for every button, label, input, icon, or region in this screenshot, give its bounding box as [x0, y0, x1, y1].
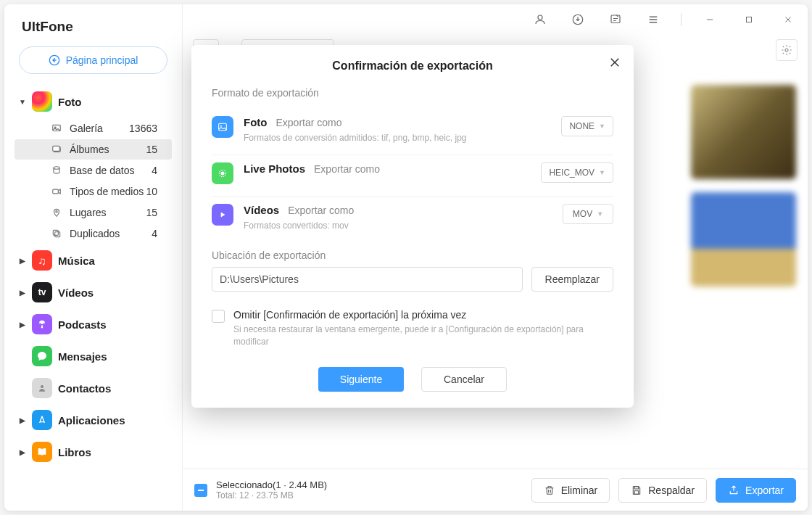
live-format-icon — [212, 162, 233, 184]
format-row-video: Vídeos Exportar como Formatos convertido… — [212, 197, 613, 245]
chevron-down-icon: ▼ — [599, 169, 605, 176]
skip-checkbox[interactable] — [212, 310, 225, 323]
cancel-button[interactable]: Cancelar — [421, 367, 507, 392]
skip-label: Omitir [Confirmación de exportación] la … — [233, 309, 613, 321]
location-label: Ubicación de exportación — [212, 250, 613, 261]
live-format-select[interactable]: HEIC_MOV ▼ — [541, 162, 613, 183]
next-button[interactable]: Siguiente — [318, 367, 404, 392]
svg-point-23 — [221, 172, 224, 175]
chevron-down-icon: ▼ — [599, 123, 605, 130]
modal-overlay: Confirmación de exportación Formato de e… — [4, 4, 808, 511]
svg-rect-21 — [219, 123, 227, 130]
format-row-photo: Foto Exportar como Formatos de conversió… — [212, 109, 613, 155]
format-hint: Formatos convertidos: mov — [244, 221, 552, 231]
photo-format-select[interactable]: NONE ▼ — [561, 116, 613, 136]
replace-button[interactable]: Reemplazar — [531, 267, 613, 292]
format-hint: Formatos de conversión admitidos: tif, p… — [244, 133, 551, 143]
photo-format-icon — [212, 116, 233, 138]
export-as-label: Exportar como — [288, 205, 354, 216]
close-modal-button[interactable] — [606, 54, 624, 71]
format-name: Foto — [244, 116, 267, 128]
format-row-live: Live Photos Exportar como HEIC_MOV ▼ — [212, 155, 613, 197]
location-input[interactable]: D:\Users\Pictures — [212, 267, 523, 292]
format-section-header: Formato de exportación — [212, 87, 613, 99]
export-as-label: Exportar como — [314, 163, 380, 175]
skip-hint: Si necesita restaurar la ventana emergen… — [233, 324, 613, 348]
format-name: Vídeos — [244, 204, 279, 216]
export-as-label: Exportar como — [276, 117, 341, 128]
video-format-select[interactable]: MOV ▼ — [563, 204, 613, 224]
modal-title: Confirmación de exportación — [212, 59, 613, 73]
video-format-icon — [212, 204, 233, 226]
svg-point-22 — [220, 125, 222, 127]
export-confirmation-modal: Confirmación de exportación Formato de e… — [191, 45, 634, 408]
format-name: Live Photos — [244, 162, 305, 175]
chevron-down-icon: ▼ — [597, 210, 603, 218]
